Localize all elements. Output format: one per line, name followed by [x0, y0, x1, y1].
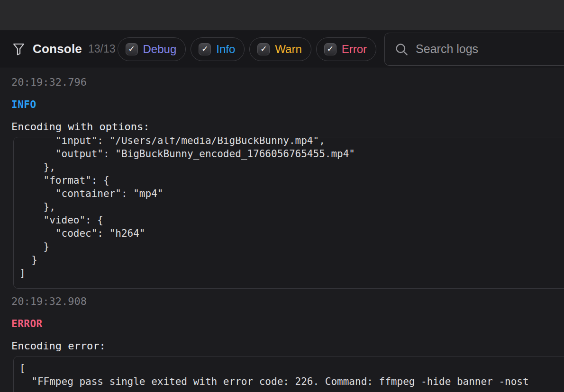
log-code-content: [ "FFmpeg pass single exited with error … [14, 356, 564, 388]
log-message: Encoding error: [11, 340, 564, 352]
filter-label: Info [216, 43, 235, 56]
log-code-content: "input": "/Users/alf/media/BigBuckBunny.… [14, 137, 564, 280]
log-timestamp: 20:19:32.908 [11, 295, 564, 308]
filter-toggle-error[interactable]: ✓ Error [316, 37, 376, 61]
log-level-badge: ERROR [11, 318, 564, 330]
search-icon [395, 43, 408, 56]
filter-label: Error [342, 43, 367, 56]
filter-pills: ✓ Debug ✓ Info ✓ Warn ✓ Error [118, 37, 377, 61]
log-message: Encoding with options: [11, 121, 564, 133]
filter-label: Debug [143, 43, 177, 56]
log-count-badge: 13/13 [88, 43, 116, 55]
filter-toggle-debug[interactable]: ✓ Debug [118, 37, 186, 61]
search-box[interactable] [384, 33, 564, 66]
filter-label: Warn [275, 43, 301, 56]
console-header: Console 13/13 ✓ Debug ✓ Info ✓ Warn ✓ Er… [0, 30, 564, 68]
console-log-list: 20:19:32.796 INFO Encoding with options:… [0, 68, 564, 392]
checkbox-checked-icon[interactable]: ✓ [199, 43, 211, 55]
checkbox-checked-icon[interactable]: ✓ [126, 43, 138, 55]
log-code-block[interactable]: "input": "/Users/alf/media/BigBuckBunny.… [13, 137, 564, 289]
filter-funnel-icon [13, 43, 25, 55]
page-title: Console [33, 42, 82, 56]
checkbox-checked-icon[interactable]: ✓ [257, 43, 270, 55]
log-entry: 20:19:32.908 ERROR Encoding error: [ "FF… [11, 295, 564, 392]
filter-toggle-warn[interactable]: ✓ Warn [249, 37, 311, 61]
search-input[interactable] [416, 42, 558, 56]
log-code-block[interactable]: [ "FFmpeg pass single exited with error … [13, 356, 564, 392]
log-level-badge: INFO [11, 99, 564, 110]
log-timestamp: 20:19:32.796 [11, 76, 564, 89]
top-bar [0, 0, 564, 30]
checkbox-checked-icon[interactable]: ✓ [324, 43, 337, 55]
log-entry: 20:19:32.796 INFO Encoding with options:… [11, 76, 564, 289]
filter-toggle-info[interactable]: ✓ Info [191, 37, 245, 61]
